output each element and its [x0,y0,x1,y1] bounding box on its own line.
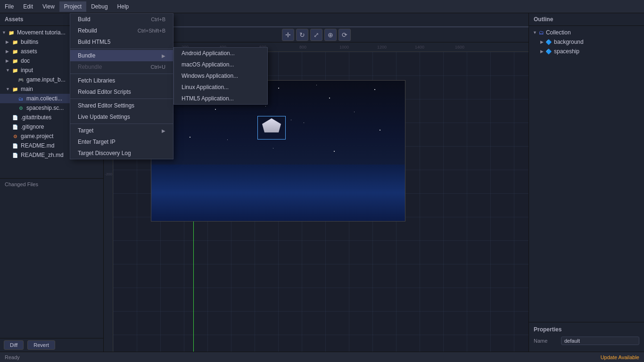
folder-icon: 📁 [8,29,15,36]
bundle-linux[interactable]: Linux Application... [174,82,267,93]
submenu-arrow: ▶ [162,53,165,58]
menu-item-rebundle: Rebundle Ctrl+U [70,61,173,73]
tree-label: game.project [21,133,53,140]
bundle-android[interactable]: Android Application... [174,48,267,59]
menu-item-label: Rebuild [78,27,97,34]
folder-icon: 📁 [11,57,19,65]
outline-item-collection[interactable]: ▼ 🗂 Collection [529,28,644,37]
expand-arrow: ▼ [533,30,537,35]
object-icon: 🔷 [545,49,552,55]
tree-label: README_zh.md [21,152,64,158]
sidebar-bottom-buttons: Diff Revert [0,338,103,352]
changed-files-header: Changed Files [0,178,103,190]
outline-tree: ▼ 🗂 Collection ▶ 🔷 background ▶ 🔷 spaces… [529,26,644,322]
menu-item-label: Enter Target IP [78,139,116,145]
menu-item-bundle[interactable]: Bundle ▶ [70,50,173,61]
status-text: Ready [5,354,20,360]
ruler-label: 1400 [415,45,424,49]
tree-label: game.input_b... [26,76,66,83]
menu-item-target[interactable]: Target ▶ [70,125,173,136]
menubar: File Edit View Project Debug Help [0,0,644,13]
properties-section: Properties Name [529,322,644,352]
tree-label: input [21,67,33,74]
menu-item-live-update-settings[interactable]: Live Update Settings [70,111,173,123]
file-icon: 📄 [11,123,19,131]
tree-label: main.collecti... [26,95,62,102]
game-ocean [151,165,405,221]
arrow-right: ▶ [6,40,11,44]
update-available[interactable]: Update Available [601,354,639,360]
menu-help[interactable]: Help [113,1,134,12]
outline-item-background[interactable]: ▶ 🔷 background [529,37,644,47]
menu-edit[interactable]: Edit [18,1,38,12]
tool-camera[interactable]: ⊕ [324,29,337,41]
bundle-windows[interactable]: Windows Application... [174,70,267,82]
outline-label: Collection [546,29,571,36]
menu-item-enter-target-ip[interactable]: Enter Target IP [70,136,173,148]
folder-icon: 📁 [11,66,19,74]
menu-item-fetch-libraries[interactable]: Fetch Libraries [70,75,173,86]
revert-button[interactable]: Revert [27,340,55,350]
tree-label: README.md [21,142,54,149]
outline-item-spaceship[interactable]: ▶ 🔷 spaceship [529,47,644,56]
file-icon: 📄 [11,151,19,159]
prop-input-name[interactable] [561,337,639,345]
bundle-html5[interactable]: HTML5 Application... [174,93,267,104]
tool-rotate[interactable]: ↻ [296,29,308,41]
menu-item-label: Bundle [78,52,95,59]
menu-separator [70,123,173,124]
ruler-label: 1200 [377,45,387,49]
menu-item-label: Windows Application... [182,73,238,79]
project-menu: Build Ctrl+B Rebuild Ctrl+Shift+B Build … [70,13,173,159]
menu-item-shortcut: Ctrl+B [151,16,165,22]
tree-label: assets [21,48,37,55]
menu-view[interactable]: View [38,1,59,12]
menu-item-label: Reload Editor Scripts [78,89,131,95]
menu-item-shared-editor-settings[interactable]: Shared Editor Settings [70,100,173,111]
arrow-right: ▶ [6,58,11,63]
file-icon: 📄 [11,114,19,121]
ruler-label: 1600 [455,45,464,49]
tool-scale[interactable]: ⤢ [310,29,322,41]
menu-item-label: Live Update Settings [78,114,130,120]
game-spaceship[interactable] [260,118,283,137]
diff-button[interactable]: Diff [4,340,24,350]
expand-arrow: ▶ [540,49,544,54]
expand-arrow: ▶ [540,40,544,44]
menu-item-label: Android Application... [182,50,235,57]
menu-separator [70,49,173,49]
menu-separator [70,99,173,99]
tool-reset[interactable]: ⟳ [339,29,351,41]
tree-label: .gitattributes [21,114,51,121]
menu-item-build[interactable]: Build Ctrl+B [70,14,173,25]
bundle-submenu: Android Application... macOS Application… [173,47,268,105]
menu-item-label: Target [78,127,93,134]
right-sidebar: Outline ▼ 🗂 Collection ▶ 🔷 background ▶ … [528,13,644,352]
spaceship-body [260,118,283,132]
folder-icon: 📁 [11,48,19,55]
menu-file[interactable]: File [0,1,18,12]
menu-separator [70,74,173,74]
menu-item-target-discovery-log[interactable]: Target Discovery Log [70,148,173,159]
bundle-macos[interactable]: macOS Application... [174,59,267,70]
tool-move[interactable]: ✛ [282,29,294,41]
menu-item-label: Build [78,16,91,23]
menu-item-label: Build HTML5 [78,39,110,45]
tree-label: main [21,86,33,92]
menu-item-build-html5[interactable]: Build HTML5 [70,36,173,48]
menu-item-reload-editor-scripts[interactable]: Reload Editor Scripts [70,86,173,98]
menu-item-label: macOS Application... [182,61,234,68]
menu-item-label: Fetch Libraries [78,77,115,84]
ruler-label: 1000 [339,45,349,49]
menu-project[interactable]: Project [59,1,86,12]
folder-icon: 📁 [11,85,19,93]
arrow-down: ▼ [6,87,11,91]
submenu-arrow: ▶ [162,128,165,133]
menu-item-rebuild[interactable]: Rebuild Ctrl+Shift+B [70,25,173,36]
arrow-down: ▼ [2,30,8,35]
properties-header: Properties [534,326,639,333]
menu-debug[interactable]: Debug [86,1,112,12]
collection-icon: 🗂 [17,95,25,102]
menu-item-shortcut: Ctrl+Shift+B [138,28,165,33]
outline-label: spaceship [554,48,579,55]
